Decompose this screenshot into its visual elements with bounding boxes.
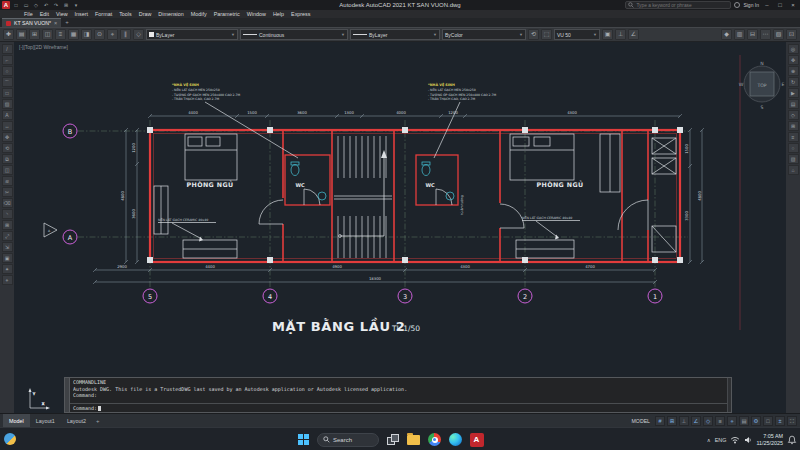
document-tab[interactable]: KT SAN VUON* × xyxy=(2,18,61,27)
fullscreen-icon[interactable]: ⛶ xyxy=(787,416,797,426)
arc-tool-icon[interactable]: ⌒ xyxy=(2,77,13,87)
sign-in-button[interactable]: Sign In xyxy=(743,2,759,8)
tab-layout1[interactable]: Layout1 xyxy=(30,414,61,428)
menu-edit[interactable]: Edit xyxy=(40,11,49,17)
toolbar-icon[interactable]: ≡ xyxy=(55,29,66,40)
minimize-button[interactable]: – xyxy=(762,2,772,8)
annotation-scale-icon[interactable]: ▤ xyxy=(739,416,749,426)
model-space-canvas[interactable]: [-][Top][2D Wireframe] xyxy=(14,42,786,413)
autocad-logo-icon[interactable]: A xyxy=(2,1,10,9)
menu-draw[interactable]: Draw xyxy=(139,11,152,17)
plot-icon[interactable]: ⊞ xyxy=(62,1,70,9)
osnap-toggle-icon[interactable]: ◇ xyxy=(703,416,713,426)
isolate-objects-icon[interactable]: □ xyxy=(763,416,773,426)
workspace-icon[interactable]: ⚙ xyxy=(751,416,761,426)
toolbar-icon[interactable]: ⬚ xyxy=(541,29,552,40)
menu-tools[interactable]: Tools xyxy=(119,11,132,17)
new-drawing-tab-button[interactable]: + xyxy=(65,18,69,27)
save-icon[interactable]: ◇ xyxy=(32,1,40,9)
stretch-tool-icon[interactable]: ⇲ xyxy=(2,242,13,252)
toolbar-icon[interactable]: ⋯ xyxy=(760,29,771,40)
offset-tool-icon[interactable]: ≋ xyxy=(2,176,13,186)
measure-tool-icon[interactable]: ⌖ xyxy=(2,275,13,285)
toolbar-icon[interactable]: ⊙ xyxy=(94,29,105,40)
text-tool-icon[interactable]: A xyxy=(2,110,13,120)
menu-modify[interactable]: Modify xyxy=(191,11,207,17)
menu-dimension[interactable]: Dimension xyxy=(158,11,183,17)
line-tool-icon[interactable]: / xyxy=(2,44,13,54)
menu-window[interactable]: Window xyxy=(247,11,266,17)
toolbar-icon[interactable]: ▤ xyxy=(788,99,799,109)
toolbar-icon[interactable]: ⌖ xyxy=(107,29,118,40)
nav-wheel-icon[interactable]: ◎ xyxy=(788,44,799,54)
widgets-icon[interactable] xyxy=(4,433,16,445)
file-explorer-icon[interactable] xyxy=(406,432,421,447)
view-scale-control[interactable]: VU 50 ▼ xyxy=(554,29,600,40)
dimension-tool-icon[interactable]: ↔ xyxy=(2,121,13,131)
array-tool-icon[interactable]: ⊞ xyxy=(2,220,13,230)
toolbar-icon[interactable]: ◇ xyxy=(788,110,799,120)
mirror-tool-icon[interactable]: ◫ xyxy=(2,165,13,175)
toolbar-icon[interactable]: ▧ xyxy=(773,29,784,40)
tab-model[interactable]: Model xyxy=(3,414,30,428)
menu-express[interactable]: Express xyxy=(291,11,310,17)
toolbar-icon[interactable]: ⊥ xyxy=(615,29,626,40)
toolbar-icon[interactable]: ⊞ xyxy=(788,121,799,131)
command-window[interactable]: COMMANDLINE Autodesk DWG. This file is a… xyxy=(64,377,732,413)
undo-icon[interactable]: ↶ xyxy=(42,1,50,9)
toolbar-icon[interactable]: ◨ xyxy=(81,29,92,40)
graphics-performance-icon[interactable]: ± xyxy=(775,416,785,426)
menu-parametric[interactable]: Parametric xyxy=(214,11,240,17)
task-view-button[interactable] xyxy=(385,432,400,447)
viewcube[interactable]: TOP N E S W xyxy=(739,61,785,110)
plotstyle-control[interactable]: ByColor ▼ xyxy=(442,29,526,40)
taskbar-search[interactable]: Search xyxy=(317,433,379,447)
menu-help[interactable]: Help xyxy=(273,11,284,17)
menu-format[interactable]: Format xyxy=(95,11,112,17)
tray-expand-icon[interactable]: ∧ xyxy=(707,437,711,443)
toolbar-icon[interactable]: ⊟ xyxy=(747,29,758,40)
dynamic-input-icon[interactable]: ⌖ xyxy=(727,416,737,426)
chrome-icon[interactable] xyxy=(427,432,442,447)
toolbar-icon[interactable]: ◆ xyxy=(721,29,732,40)
menu-insert[interactable]: Insert xyxy=(75,11,88,17)
rectangle-tool-icon[interactable]: □ xyxy=(2,88,13,98)
polyline-tool-icon[interactable]: ⌐ xyxy=(2,55,13,65)
fillet-tool-icon[interactable]: ◝ xyxy=(2,209,13,219)
new-layout-button[interactable]: + xyxy=(92,418,104,424)
zoom-icon[interactable]: ⊕ xyxy=(788,66,799,76)
move-tool-icon[interactable]: ✥ xyxy=(2,132,13,142)
toolbar-icon[interactable]: ○ xyxy=(788,143,799,153)
model-space-indicator[interactable]: MODEL xyxy=(632,418,650,424)
circle-tool-icon[interactable]: ○ xyxy=(2,66,13,76)
toolbar-icon[interactable]: ∥ xyxy=(120,29,131,40)
snap-toggle-icon[interactable]: ⊞ xyxy=(667,416,677,426)
lineweight-toggle-icon[interactable]: ≡ xyxy=(715,416,725,426)
tab-close-icon[interactable]: × xyxy=(54,20,57,26)
grid-toggle-icon[interactable]: # xyxy=(655,416,665,426)
linetype-control[interactable]: Continuous ▼ xyxy=(240,29,348,40)
menu-view[interactable]: View xyxy=(56,11,68,17)
toolbar-icon[interactable]: ▧ xyxy=(788,154,799,164)
toolbar-icon[interactable]: ⟲ xyxy=(528,29,539,40)
toolbar-icon[interactable]: ⊡ xyxy=(786,29,797,40)
command-scrollbar[interactable] xyxy=(727,378,731,412)
start-button[interactable] xyxy=(296,432,311,447)
wifi-icon[interactable] xyxy=(730,435,740,445)
toolbar-icon[interactable]: ▤ xyxy=(16,29,27,40)
motion-icon[interactable]: ▶ xyxy=(788,88,799,98)
viewport-controls[interactable]: [-][Top][2D Wireframe] xyxy=(19,44,68,50)
explode-tool-icon[interactable]: ✴ xyxy=(2,264,13,274)
help-search-box[interactable] xyxy=(625,1,731,9)
close-button[interactable]: × xyxy=(788,2,798,8)
polar-toggle-icon[interactable]: ∠ xyxy=(691,416,701,426)
command-input[interactable]: Command: xyxy=(70,403,727,412)
toolbar-icon[interactable]: ✚ xyxy=(3,29,14,40)
open-file-icon[interactable]: ▭ xyxy=(22,1,30,9)
ortho-toggle-icon[interactable]: ⊥ xyxy=(679,416,689,426)
notification-bell-icon[interactable] xyxy=(787,435,797,445)
taskbar-clock[interactable]: 7:05 AM 11/25/2025 xyxy=(756,433,783,446)
trim-tool-icon[interactable]: ✂ xyxy=(2,187,13,197)
hatch-tool-icon[interactable]: ▨ xyxy=(2,99,13,109)
autocad-taskbar-icon[interactable]: A xyxy=(469,432,484,447)
